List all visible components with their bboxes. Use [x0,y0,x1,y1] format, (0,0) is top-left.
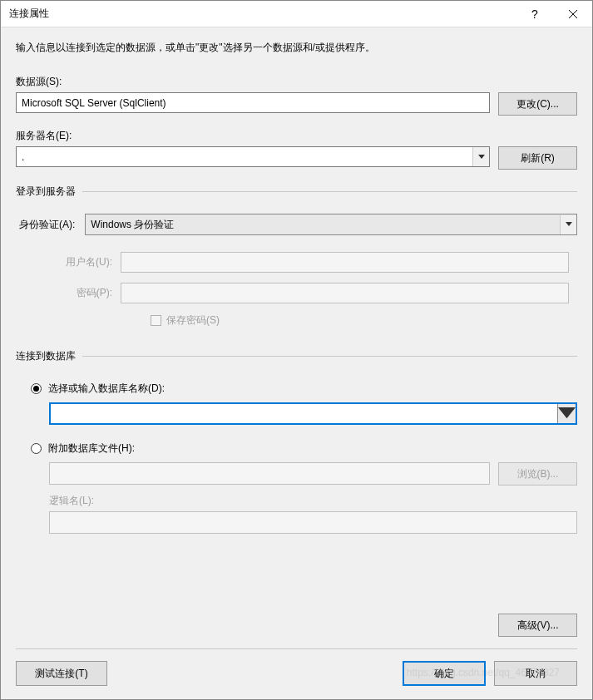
database-name-value [51,404,557,423]
radio-select-label: 选择或输入数据库名称(D): [48,382,165,396]
dialog-content: 输入信息以连接到选定的数据源，或单击"更改"选择另一个数据源和/或提供程序。 数… [1,27,592,699]
auth-value: Windows 身份验证 [86,218,560,232]
password-field [121,283,569,303]
datasource-field[interactable] [16,92,490,113]
logical-name-field [49,511,577,534]
login-fieldset: 登录到服务器 身份验证(A): Windows 身份验证 用户名(U): [16,185,577,328]
titlebar: 连接属性 ? [1,1,592,27]
save-password-label: 保存密码(S) [166,313,220,328]
change-button[interactable]: 更改(C)... [498,92,577,116]
database-name-combo[interactable] [49,402,577,425]
username-label: 用户名(U): [46,255,112,269]
auth-combo[interactable]: Windows 身份验证 [85,214,577,235]
dialog-window: 连接属性 ? 输入信息以连接到选定的数据源，或单击"更改"选择另一个数据源和/或… [0,0,593,700]
close-icon [569,10,577,18]
divider [82,191,577,192]
divider [82,356,577,357]
save-password-checkbox [151,315,161,326]
logical-name-label: 逻辑名(L): [49,494,577,508]
attach-file-field [49,462,490,485]
server-value: . [17,151,472,163]
help-button[interactable]: ? [516,1,554,27]
radio-select-db[interactable] [31,383,42,394]
server-combo[interactable]: . [16,146,490,167]
ok-button[interactable]: 确定 [403,661,486,686]
svg-marker-2 [478,155,485,159]
chevron-down-icon [560,215,576,234]
database-legend: 连接到数据库 [16,349,82,367]
radio-attach-db[interactable] [31,443,42,454]
radio-attach-label: 附加数据库文件(H): [48,441,135,456]
database-fieldset: 连接到数据库 选择或输入数据库名称(D): [16,349,577,534]
password-label: 密码(P): [46,286,112,300]
svg-marker-4 [558,407,576,418]
advanced-button[interactable]: 高级(V)... [498,614,577,637]
window-title: 连接属性 [9,7,516,21]
cancel-button[interactable]: 取消 [494,661,577,686]
chevron-down-icon [472,147,489,166]
divider [16,648,577,649]
svg-marker-3 [566,222,572,226]
test-connection-button[interactable]: 测试连接(T) [16,661,107,686]
login-legend: 登录到服务器 [16,185,82,202]
close-button[interactable] [554,1,592,27]
refresh-button[interactable]: 刷新(R) [498,146,577,170]
browse-button: 浏览(B)... [498,462,577,486]
chevron-down-icon [557,404,576,423]
username-field [121,252,569,273]
server-label: 服务器名(E): [16,129,577,143]
datasource-label: 数据源(S): [16,75,577,89]
intro-text: 输入信息以连接到选定的数据源，或单击"更改"选择另一个数据源和/或提供程序。 [16,41,577,55]
auth-label: 身份验证(A): [19,218,75,232]
